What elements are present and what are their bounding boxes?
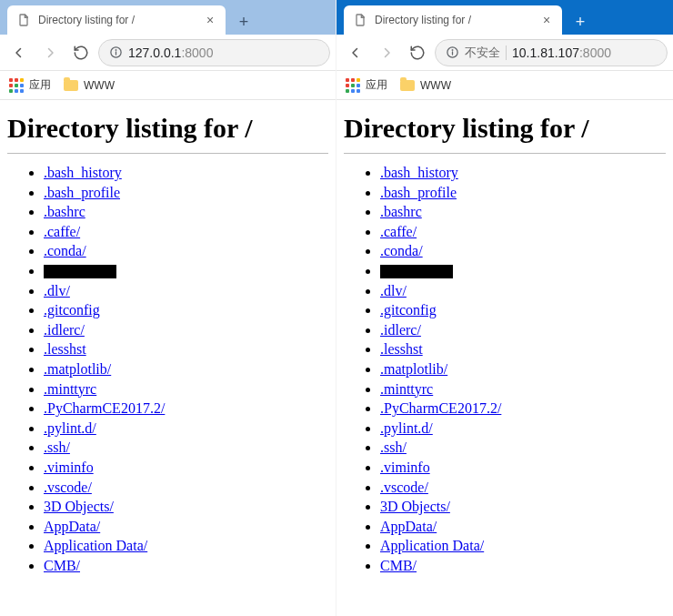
file-link[interactable]: .bash_profile — [380, 185, 457, 200]
file-link[interactable]: .PyCharmCE2017.2/ — [380, 400, 501, 416]
file-link[interactable]: .bash_history — [44, 165, 122, 180]
file-link[interactable]: .bash_history — [380, 165, 458, 180]
file-link[interactable]: Application Data/ — [380, 538, 484, 553]
file-link[interactable]: .PyCharmCE2017.2/ — [44, 400, 165, 416]
bookmark-folder[interactable]: WWW — [400, 79, 451, 92]
toolbar: 127.0.0.1:8000 — [0, 35, 336, 71]
new-tab-button[interactable]: + — [231, 9, 256, 35]
file-link[interactable]: .caffe/ — [380, 224, 417, 239]
file-link[interactable]: .bashrc — [44, 204, 85, 219]
url-port: :8000 — [181, 45, 213, 60]
file-link[interactable]: .pylint.d/ — [44, 420, 96, 436]
reload-button[interactable] — [404, 39, 431, 66]
file-link[interactable]: AppData/ — [44, 519, 100, 534]
file-link[interactable]: Application Data/ — [44, 538, 147, 553]
info-icon[interactable] — [445, 45, 459, 60]
page-title: Directory listing for / — [344, 113, 666, 144]
url-text: 10.1.81.107:8000 — [512, 45, 658, 60]
page-content: Directory listing for /.bash_history.bas… — [0, 100, 336, 616]
file-link[interactable]: .lesshst — [44, 341, 86, 357]
file-link[interactable]: CMB/ — [44, 558, 80, 573]
bookmark-folder-label: WWW — [84, 79, 115, 92]
apps-shortcut[interactable]: 应用 — [346, 77, 387, 93]
list-item: .dlv/ — [44, 281, 328, 301]
list-item: .matplotlib/ — [44, 359, 328, 379]
file-link[interactable]: .caffe/ — [44, 224, 80, 239]
info-icon[interactable] — [108, 45, 123, 60]
list-item: .conda/ — [44, 241, 328, 261]
file-link[interactable]: .viminfo — [44, 459, 94, 475]
apps-label: 应用 — [366, 77, 387, 93]
list-item: .caffe/ — [44, 222, 328, 242]
folder-icon — [400, 80, 415, 91]
list-item — [380, 261, 666, 281]
file-icon — [16, 13, 31, 27]
list-item: .viminfo — [380, 458, 666, 478]
list-item: .ssh/ — [380, 438, 666, 458]
file-link[interactable]: .idlerc/ — [44, 322, 85, 338]
file-link[interactable]: .bash_profile — [44, 185, 120, 200]
file-link[interactable]: .minttyrc — [380, 381, 433, 397]
file-link[interactable]: .vscode/ — [44, 480, 92, 495]
list-item: CMB/ — [44, 556, 328, 576]
file-link[interactable]: .viminfo — [380, 459, 430, 475]
file-link[interactable]: 3D Objects/ — [44, 499, 114, 514]
file-link[interactable]: .matplotlib/ — [380, 361, 447, 377]
page-title: Directory listing for / — [7, 113, 328, 144]
file-link[interactable]: .dlv/ — [380, 283, 407, 298]
svg-point-5 — [452, 50, 453, 51]
address-bar[interactable]: 127.0.0.1:8000 — [98, 39, 330, 66]
file-link[interactable]: .minttyrc — [44, 381, 96, 397]
file-link[interactable]: .bashrc — [380, 204, 422, 219]
file-link[interactable]: .conda/ — [380, 243, 423, 258]
browser-tab[interactable]: Directory listing for /× — [344, 5, 562, 35]
file-list: .bash_history.bash_profile.bashrc.caffe/… — [344, 163, 666, 575]
address-bar[interactable]: 不安全10.1.81.107:8000 — [435, 39, 668, 66]
list-item: .gitconfig — [44, 300, 328, 320]
svg-point-2 — [116, 50, 116, 51]
browser-window: Directory listing for /×+127.0.0.1:8000应… — [0, 0, 336, 616]
tab-title: Directory listing for / — [38, 14, 196, 26]
divider — [7, 153, 328, 154]
file-link[interactable]: 3D Objects/ — [380, 499, 450, 514]
list-item: .vscode/ — [44, 478, 328, 498]
reload-button[interactable] — [67, 39, 95, 66]
bookmark-folder-label: WWW — [420, 79, 451, 92]
file-link[interactable]: .vscode/ — [380, 480, 428, 495]
list-item: .vscode/ — [380, 478, 666, 498]
list-item: .pylint.d/ — [380, 419, 666, 439]
browser-window: Directory listing for /×+不安全10.1.81.107:… — [336, 0, 673, 616]
file-link[interactable]: AppData/ — [380, 519, 437, 534]
close-icon[interactable]: × — [540, 14, 553, 26]
file-link[interactable]: .ssh/ — [44, 439, 70, 455]
file-link[interactable]: .gitconfig — [380, 302, 437, 318]
file-link[interactable]: .lesshst — [380, 341, 423, 357]
file-link[interactable]: .idlerc/ — [380, 322, 421, 338]
new-tab-button[interactable]: + — [568, 9, 593, 35]
folder-icon — [64, 80, 78, 91]
list-item: Application Data/ — [380, 536, 666, 556]
file-link[interactable]: .ssh/ — [380, 439, 407, 455]
list-item: .dlv/ — [380, 281, 666, 301]
file-link[interactable]: CMB/ — [380, 558, 417, 573]
tab-strip: Directory listing for /×+ — [336, 0, 673, 35]
back-button[interactable] — [5, 39, 33, 66]
tab-strip: Directory listing for /×+ — [0, 0, 336, 35]
file-link[interactable]: .dlv/ — [44, 283, 70, 298]
bookmark-folder[interactable]: WWW — [64, 79, 115, 92]
page-content: Directory listing for /.bash_history.bas… — [336, 100, 673, 616]
browser-tab[interactable]: Directory listing for /× — [7, 5, 226, 35]
back-button[interactable] — [342, 39, 369, 66]
forward-button[interactable] — [373, 39, 400, 66]
file-link[interactable]: .pylint.d/ — [380, 420, 433, 436]
list-item: .pylint.d/ — [44, 419, 328, 439]
close-icon[interactable]: × — [204, 14, 216, 26]
file-link[interactable]: .gitconfig — [44, 302, 100, 318]
apps-shortcut[interactable]: 应用 — [9, 77, 51, 93]
file-link[interactable]: .conda/ — [44, 243, 86, 258]
forward-button[interactable] — [36, 39, 64, 66]
file-link[interactable]: .matplotlib/ — [44, 361, 111, 377]
list-item: .bashrc — [380, 202, 666, 222]
separator — [506, 45, 507, 60]
list-item: .ssh/ — [44, 438, 328, 458]
